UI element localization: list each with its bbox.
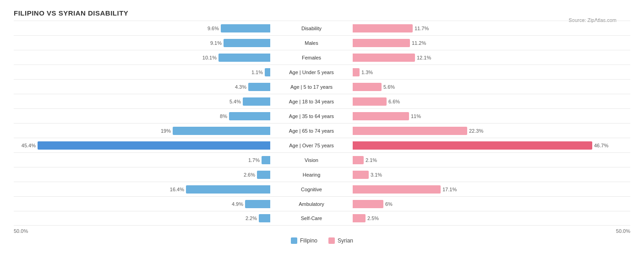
- row-inner: 5.4% Age | 18 to 34 years 6.6%: [14, 94, 630, 108]
- row-inner: 19% Age | 65 to 74 years 22.3%: [14, 124, 630, 138]
- bar-label: Age | Over 75 years: [270, 143, 353, 148]
- left-bar-area: 4.9%: [14, 197, 270, 211]
- bar-right: [353, 127, 467, 135]
- left-bar-area: 16.4%: [14, 182, 270, 196]
- bar-label: Vision: [270, 157, 353, 163]
- right-bar-area: 11%: [353, 109, 609, 123]
- row-inner: 2.2% Self-Care 2.5%: [14, 211, 630, 225]
- val-right: 1.3%: [361, 70, 373, 75]
- row-inner: 8% Age | 35 to 64 years 11%: [14, 109, 630, 123]
- val-left: 10.1%: [202, 55, 217, 60]
- chart-row: 45.4% Age | Over 75 years 46.7%: [14, 138, 630, 152]
- bar-left: [218, 54, 270, 62]
- val-right: 2.1%: [366, 157, 377, 163]
- bar-label: Self-Care: [270, 215, 353, 221]
- bar-left: [265, 68, 270, 76]
- bar-left: [173, 127, 270, 135]
- bar-left: [186, 185, 270, 194]
- right-bar-area: 17.1%: [353, 182, 609, 196]
- bar-label: Age | 35 to 64 years: [270, 113, 353, 119]
- legend: Filipino Syrian: [14, 237, 630, 244]
- chart-row: 16.4% Cognitive 17.1%: [14, 182, 630, 196]
- bar-left: [221, 24, 270, 32]
- bar-right: [353, 97, 387, 106]
- chart-row: 8% Age | 35 to 64 years 11%: [14, 108, 630, 123]
- chart-row: 10.1% Females 12.1%: [14, 50, 630, 65]
- left-bar-area: 4.3%: [14, 80, 270, 94]
- bar-label: Age | 65 to 74 years: [270, 128, 353, 134]
- val-left: 19%: [161, 128, 171, 134]
- val-right: 11.7%: [415, 26, 429, 31]
- left-bar-area: 8%: [14, 109, 270, 123]
- val-left: 9.6%: [207, 26, 219, 31]
- chart-title: FILIPINO VS SYRIAN DISABILITY: [14, 9, 630, 17]
- val-right: 11%: [411, 113, 421, 119]
- right-bar-area: 1.3%: [353, 65, 609, 79]
- bar-right: [353, 24, 413, 32]
- right-bar-area: 22.3%: [353, 124, 609, 138]
- right-bar-area: 46.7%: [353, 138, 609, 152]
- left-bar-area: 19%: [14, 124, 270, 138]
- row-inner: 9.6% Disability 11.7%: [14, 21, 630, 35]
- row-inner: 4.3% Age | 5 to 17 years 5.6%: [14, 80, 630, 94]
- val-right: 5.6%: [383, 84, 395, 90]
- val-left: 2.2%: [246, 215, 257, 221]
- bar-left: [38, 141, 270, 150]
- axis-right: 50.0%: [363, 228, 630, 234]
- row-inner: 4.9% Ambulatory 6%: [14, 197, 630, 211]
- left-bar-area: 1.7%: [14, 153, 270, 167]
- left-bar-area: 45.4%: [14, 138, 270, 152]
- bar-right: [353, 171, 369, 179]
- val-left: 1.1%: [251, 70, 263, 75]
- left-bar-area: 9.6%: [14, 21, 270, 35]
- bar-label: Hearing: [270, 172, 353, 178]
- row-inner: 9.1% Males 11.2%: [14, 36, 630, 50]
- left-bar-area: 2.2%: [14, 211, 270, 225]
- chart-container: 9.6% Disability 11.7% 9.1% Males 11.2%: [14, 21, 630, 244]
- chart-row: 2.6% Hearing 3.1%: [14, 167, 630, 182]
- axis-row: 50.0% 50.0%: [14, 228, 630, 234]
- chart-row: 1.7% Vision 2.1%: [14, 152, 630, 167]
- bar-right: [353, 112, 409, 120]
- legend-filipino: Filipino: [291, 237, 317, 244]
- chart-row: 4.3% Age | 5 to 17 years 5.6%: [14, 79, 630, 94]
- right-bar-area: 5.6%: [353, 80, 609, 94]
- val-left: 9.1%: [210, 40, 222, 46]
- bar-right: [353, 214, 366, 222]
- chart-row: 2.2% Self-Care 2.5%: [14, 211, 630, 226]
- bar-right: [353, 68, 360, 76]
- val-right: 12.1%: [417, 55, 431, 60]
- chart-row: 1.1% Age | Under 5 years 1.3%: [14, 65, 630, 79]
- val-left: 5.4%: [229, 99, 241, 104]
- right-bar-area: 2.5%: [353, 211, 609, 225]
- val-left: 1.7%: [248, 157, 260, 163]
- right-bar-area: 11.7%: [353, 21, 609, 35]
- row-inner: 10.1% Females 12.1%: [14, 50, 630, 65]
- left-bar-area: 10.1%: [14, 50, 270, 65]
- bar-left: [224, 39, 270, 47]
- chart-row: 9.1% Males 11.2%: [14, 35, 630, 50]
- left-bar-area: 5.4%: [14, 94, 270, 108]
- bar-left: [245, 200, 270, 208]
- right-bar-area: 6.6%: [353, 94, 609, 108]
- right-bar-area: 11.2%: [353, 36, 609, 50]
- left-bar-area: 2.6%: [14, 167, 270, 182]
- bar-label: Cognitive: [270, 187, 353, 192]
- bar-left: [229, 112, 270, 120]
- bar-right: [353, 156, 364, 164]
- val-left: 4.3%: [235, 84, 246, 90]
- row-inner: 16.4% Cognitive 17.1%: [14, 182, 630, 196]
- bar-left: [243, 97, 270, 106]
- bar-left: [262, 156, 270, 164]
- val-left: 8%: [220, 113, 227, 119]
- left-bar-area: 1.1%: [14, 65, 270, 79]
- bar-label: Ambulatory: [270, 201, 353, 207]
- val-right: 17.1%: [442, 187, 457, 192]
- right-bar-area: 12.1%: [353, 50, 609, 65]
- bar-left: [259, 214, 270, 222]
- bar-label: Age | Under 5 years: [270, 70, 353, 75]
- legend-syrian-label: Syrian: [338, 237, 353, 244]
- val-right: 3.1%: [371, 172, 382, 178]
- legend-filipino-box: [291, 237, 297, 244]
- val-right: 2.5%: [367, 215, 379, 221]
